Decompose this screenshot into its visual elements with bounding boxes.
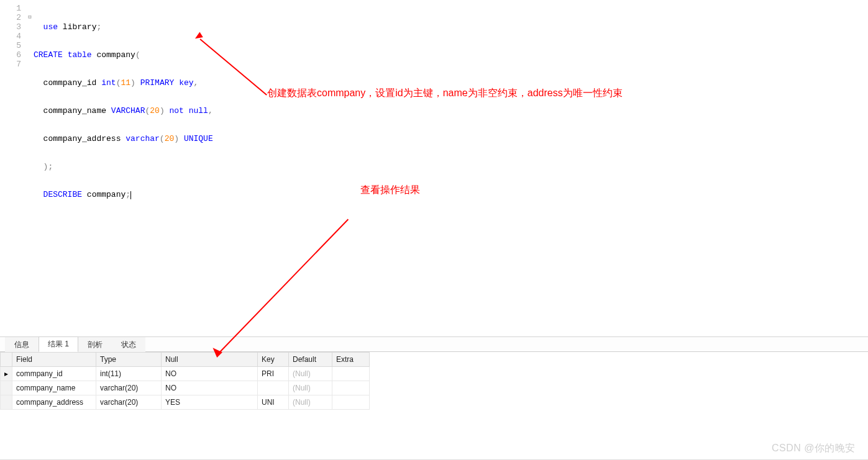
annotation-text: 查看操作结果	[360, 184, 420, 197]
cell-field[interactable]: commpany_id	[12, 367, 96, 381]
code-text[interactable]: use library; CREATE table commpany( comm…	[34, 4, 868, 218]
result-table[interactable]: Field Type Null Key Default Extra ▸ comm…	[0, 352, 370, 410]
annotation-text: 创建数据表commpany，设置id为主键，name为非空约束，address为…	[267, 87, 623, 100]
line-number-gutter: 1 2 3 4 5 6 7	[0, 4, 26, 218]
table-row[interactable]: ▸ commpany_id int(11) NO PRI (Null)	[1, 367, 370, 381]
watermark: CSDN @你的晚安	[772, 442, 856, 455]
cell-null[interactable]: NO	[162, 381, 258, 395]
table-row[interactable]: commpany_name varchar(20) NO (Null)	[1, 381, 370, 395]
cell-null[interactable]: NO	[162, 367, 258, 381]
line-number: 6	[0, 50, 26, 60]
column-header-default[interactable]: Default	[289, 353, 332, 367]
tab-result-1[interactable]: 结果 1	[39, 336, 78, 352]
line-number: 5	[0, 41, 26, 50]
tab-profile[interactable]: 剖析	[78, 337, 112, 352]
line-number: 4	[0, 32, 26, 41]
column-header-extra[interactable]: Extra	[332, 353, 370, 367]
cell-type[interactable]: varchar(20)	[96, 381, 162, 395]
cell-extra[interactable]	[332, 381, 370, 395]
fold-column: ⊟	[26, 4, 34, 218]
table-row[interactable]: commpany_address varchar(20) YES UNI (Nu…	[1, 395, 370, 410]
cell-extra[interactable]	[332, 395, 370, 410]
fold-toggle-icon[interactable]: ⊟	[26, 13, 34, 22]
cell-default[interactable]: (Null)	[289, 395, 332, 410]
annotation-arrow	[218, 219, 349, 354]
cell-default[interactable]: (Null)	[289, 381, 332, 395]
sql-editor-pane: 1 2 3 4 5 6 7 ⊟ use library; CREATE tabl…	[0, 0, 868, 337]
cell-default[interactable]: (Null)	[289, 367, 332, 381]
line-number: 7	[0, 60, 26, 69]
code-area[interactable]: 1 2 3 4 5 6 7 ⊟ use library; CREATE tabl…	[0, 0, 868, 218]
row-marker-header	[1, 353, 12, 367]
column-header-null[interactable]: Null	[162, 353, 258, 367]
line-number: 3	[0, 22, 26, 32]
tab-info[interactable]: 信息	[5, 337, 39, 352]
tab-status[interactable]: 状态	[112, 337, 145, 352]
cell-key[interactable]	[258, 381, 289, 395]
column-header-field[interactable]: Field	[12, 353, 96, 367]
column-header-key[interactable]: Key	[258, 353, 289, 367]
cell-type[interactable]: int(11)	[96, 367, 162, 381]
cell-extra[interactable]	[332, 367, 370, 381]
cell-key[interactable]: PRI	[258, 367, 289, 381]
cell-field[interactable]: commpany_address	[12, 395, 96, 410]
text-cursor	[130, 191, 131, 199]
cell-type[interactable]: varchar(20)	[96, 395, 162, 410]
column-header-type[interactable]: Type	[96, 353, 162, 367]
cell-null[interactable]: YES	[162, 395, 258, 410]
line-number: 1	[0, 4, 26, 13]
line-number: 2	[0, 13, 26, 22]
current-row-indicator-icon: ▸	[1, 367, 12, 381]
cell-key[interactable]: UNI	[258, 395, 289, 410]
result-tabs: 信息 结果 1 剖析 状态	[0, 337, 868, 352]
cell-field[interactable]: commpany_name	[12, 381, 96, 395]
